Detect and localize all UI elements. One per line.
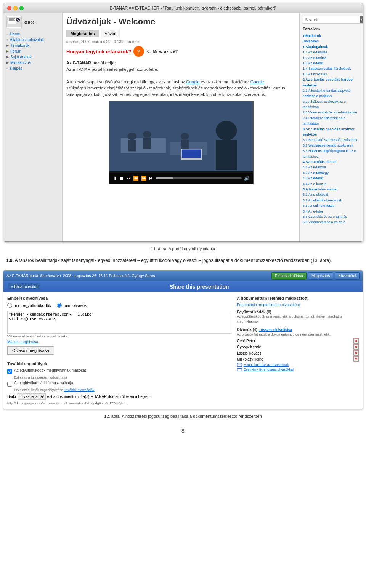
prev-btn[interactable]: ⏮: [126, 176, 131, 181]
search-input[interactable]: [303, 16, 360, 24]
toc-item[interactable]: 5.3 Az online e-teszt: [303, 203, 360, 208]
svg-point-16: [181, 133, 189, 140]
window-controls: [7, 6, 24, 10]
radio-collaborators-label[interactable]: mint együttműködők: [7, 303, 51, 308]
document-url: http://docs.google.com/a/drseres.com/Pre…: [7, 401, 231, 405]
view-as-reader-link[interactable]: Prezentáció megtekintése olvasóként: [237, 303, 359, 307]
start-presentation-btn[interactable]: Előadás indítása: [271, 272, 307, 280]
toc-item[interactable]: 4.3 Az e-teszt: [303, 176, 360, 181]
toc-item[interactable]: Bevezetés: [303, 38, 360, 44]
progress-bar[interactable]: [156, 177, 242, 179]
remove-reader-1-btn[interactable]: ✕: [353, 338, 359, 344]
svg-text:?: ?: [137, 48, 141, 54]
toc-item[interactable]: 2.2 A hálózati eszközök az e-tanításban: [303, 99, 360, 110]
toc-item[interactable]: 1.2 Az e-tanítás: [303, 55, 360, 61]
share-btn[interactable]: Megosztás: [308, 272, 333, 280]
toc-item[interactable]: 2 Az e-tanítás speciális hardver eszköze…: [303, 77, 360, 88]
share-body: Emberek meghívása mint együttműködők min…: [3, 292, 363, 409]
meta-line: drseres, 2007, március 29 - 07:39 Fórumo…: [66, 40, 295, 44]
tab-megtekintes[interactable]: Megtekintés: [66, 30, 99, 37]
share-titlebar-text: Az E-TANÁR portál Szerkesztve: 2008. aug…: [6, 274, 155, 278]
nav-item-temakorok[interactable]: ▶ Témakörök: [6, 43, 59, 48]
toc-item[interactable]: 5 A távoktatás elemei: [303, 187, 360, 192]
minimize-button[interactable]: [13, 6, 18, 10]
maximize-button[interactable]: [19, 6, 24, 10]
share-titlebar-buttons: Előadás indítása Megosztás Közzététel: [271, 272, 360, 280]
svg-rect-15: [143, 138, 151, 149]
toc-item[interactable]: 1.1 Az e-tanulás: [303, 50, 360, 55]
invite-readers-btn[interactable]: Olvasók meghívása: [7, 346, 54, 355]
toc-item[interactable]: 4.1 Az e-tanóra: [303, 165, 360, 170]
toc-item[interactable]: 1 Alapfogalmak: [303, 44, 360, 50]
back-to-editor-link[interactable]: « Back to editor: [8, 283, 40, 290]
radio-readers-label[interactable]: mint olvasók: [57, 303, 87, 308]
toc-item[interactable]: 5.6 Vidókonferencia és az e-: [303, 219, 360, 225]
tab-vazlat[interactable]: Vázlat: [101, 30, 121, 37]
toc-item[interactable]: 2.3 Videó eszközök az e-tanításban: [303, 110, 360, 115]
email-textarea[interactable]: "kende" <kende@drseres.com>, "Ildiko" <i…: [7, 311, 231, 334]
browser-window-2: Az E-TANÁR portál Szerkesztve: 2008. aug…: [3, 270, 363, 409]
nav-item-altalanos[interactable]: ○ Általános tudnivalók: [6, 37, 59, 43]
section-text: 1.9. A tanárok beállíthatják saját tanan…: [0, 252, 366, 269]
publish-btn[interactable]: Közzététel: [335, 272, 360, 280]
nav-item-home[interactable]: ○ Home: [6, 31, 59, 37]
nav-item-mintakurzus[interactable]: ▶ Mintakurzus: [6, 60, 59, 66]
forward-btn[interactable]: ⏩: [141, 176, 147, 181]
rewind-btn[interactable]: ⏪: [133, 176, 139, 181]
svg-rect-21: [181, 149, 201, 158]
nav-bullet: ○: [6, 67, 8, 70]
toc-item[interactable]: 4 Az e-tanítás elemei: [303, 159, 360, 165]
right-sidebar: ✕ Tartalom Témakörök Bevezetés 1 Alapfog…: [300, 13, 363, 241]
nav-item-kilepes[interactable]: ○ Kilépés: [6, 66, 59, 71]
tab-row: Megtekintés Vázlat: [66, 30, 295, 37]
toc-item[interactable]: 3.3 Hasznos segédprogramok az e-tanításh…: [303, 148, 360, 159]
checkbox-collaborators-invite[interactable]: [7, 369, 12, 374]
toc-item[interactable]: Témakörök: [303, 33, 360, 38]
remove-reader-2-btn[interactable]: ✕: [353, 344, 359, 350]
next-btn[interactable]: ⏭: [149, 176, 154, 181]
toc-item[interactable]: 1.3 Az e-teszt: [303, 61, 360, 66]
toc-item[interactable]: 5.1 Az e-előteszt: [303, 192, 360, 197]
toc-item[interactable]: 5.2 Az előadás-konzervek: [303, 198, 360, 203]
remove-reader-3-btn[interactable]: ✕: [353, 350, 359, 356]
google-link-2[interactable]: Google: [250, 80, 264, 84]
toc-item[interactable]: 2.1 A kontakt e-tanítás alapvető eszköze…: [303, 88, 360, 99]
toc-item[interactable]: 3.2 Weblapszerkesztő szoftverek: [303, 143, 360, 148]
checkbox-anyone-use[interactable]: [7, 382, 12, 387]
toc-item[interactable]: 3.1 Bemutató-szerkesztő szoftverek: [303, 137, 360, 142]
remove-all-readers-link[interactable]: - összes eltávolítása: [259, 328, 292, 332]
more-info-link[interactable]: További információk: [64, 388, 95, 392]
share-header: « Back to editor Share this presentation: [3, 281, 363, 292]
main-content: Üdvözöljük - Welcome Megtekintés Vázlat …: [63, 13, 300, 241]
toc-item[interactable]: 2.4 Interaktív eszközök az e-tanításban: [303, 115, 360, 126]
nav-item-forum[interactable]: ▶ Fórum: [6, 48, 59, 54]
event-readers-link[interactable]: Esemény létrehozása olvasókkal: [244, 368, 294, 371]
toc-item[interactable]: 5.5 Csettelés és az e-tanulás: [303, 214, 360, 219]
google-link-1[interactable]: Google: [186, 80, 199, 84]
video-scene: [109, 101, 253, 171]
toc-item[interactable]: 3 Az e-tanítás speciális szoftver eszköz…: [303, 126, 360, 137]
nav-label: Kilépés: [10, 66, 22, 70]
share-status-text: A dokumentum jelenleg megosztott.: [237, 296, 359, 300]
toc-item[interactable]: 5.4 Az e-tutor: [303, 209, 360, 214]
toc-item[interactable]: 1.4 Szabványosítási törekvések: [303, 66, 360, 71]
toc-item[interactable]: 4.2 Az e-tantárgy: [303, 170, 360, 176]
radio-readers[interactable]: [57, 303, 62, 308]
volume-btn[interactable]: 🔊: [244, 176, 250, 181]
radio-collaborators[interactable]: [7, 303, 12, 308]
share-presentation-title: Share this presentation: [40, 284, 358, 290]
nav-bullet: ○: [6, 38, 8, 42]
play-pause-btn[interactable]: ⏸: [112, 176, 117, 181]
nav-item-sajat[interactable]: ▶ Saját adatok: [6, 54, 59, 60]
calendar-icon: [237, 368, 242, 371]
close-button[interactable]: [7, 6, 11, 10]
toc-item[interactable]: 1.5 A távoktatás: [303, 72, 360, 77]
toc-item[interactable]: 4.4 Az e-kurzus: [303, 181, 360, 187]
remove-reader-4-btn[interactable]: ✕: [353, 356, 359, 362]
checkbox-1-label: Az együttműködők meghívhatnak másokat: [14, 368, 86, 372]
email-readers-link[interactable]: E-mail küldése az olvasóknak: [244, 363, 289, 367]
others-invite-link[interactable]: Mások meghívása: [7, 340, 231, 344]
access-select[interactable]: olvashatja: [18, 393, 46, 400]
search-button[interactable]: ✕: [360, 16, 363, 24]
stop-btn[interactable]: ⏹: [119, 176, 124, 181]
